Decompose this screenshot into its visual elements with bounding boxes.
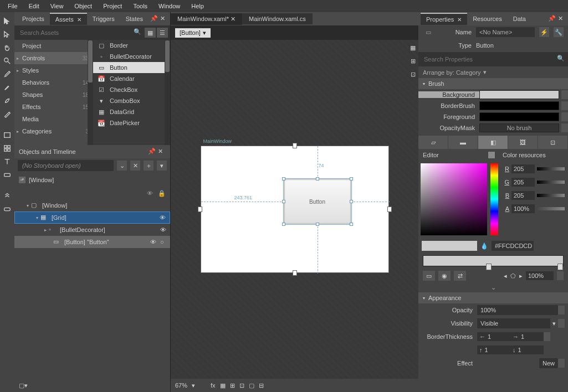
tile-brush-tab-icon[interactable]: 🖼 <box>508 136 538 149</box>
category-controls[interactable]: ▸Controls33 <box>14 52 93 64</box>
tree-row-window[interactable]: ▾▢[Window] <box>14 199 170 212</box>
property-marker-icon[interactable] <box>544 332 550 341</box>
control-datepicker[interactable]: 📆DatePicker <box>93 117 170 128</box>
grid-toggle-icon[interactable]: ▦ <box>407 42 418 53</box>
brush-opacitymask[interactable]: OpacityMask <box>418 125 479 131</box>
chevron-down-icon[interactable]: ▾ <box>192 382 195 389</box>
category-shapes[interactable]: Shapes18 <box>14 89 93 101</box>
brush-swatch[interactable] <box>479 101 559 110</box>
section-brush[interactable]: ▾Brush <box>418 78 568 89</box>
artboard[interactable]: MainWindow 74 243.761 Button <box>201 146 389 273</box>
breadcrumb-button[interactable]: [Button] ▾ <box>175 28 211 38</box>
brush-swatch-none[interactable]: No brush <box>479 123 559 132</box>
gradient-stop[interactable] <box>486 264 492 270</box>
menu-edit[interactable]: Edit <box>23 2 45 11</box>
eye-icon[interactable]: 👁 <box>160 214 166 221</box>
resize-handle[interactable] <box>350 177 353 180</box>
saturation-value-picker[interactable] <box>421 163 487 235</box>
menu-project[interactable]: Project <box>98 2 127 11</box>
thickness-top-input[interactable]: ↑1 <box>477 345 510 354</box>
eyedropper-tool-icon[interactable] <box>2 69 13 80</box>
assets-search-input[interactable] <box>17 27 134 38</box>
chevron-down-icon[interactable]: ⌄ <box>117 161 127 171</box>
reverse-gradient-icon[interactable]: ⇄ <box>454 271 466 281</box>
last-color-swatch[interactable] <box>422 241 477 251</box>
eyedropper-icon[interactable]: 💧 <box>480 243 488 250</box>
brush-swatch[interactable] <box>479 112 559 121</box>
brush-swatch[interactable] <box>479 90 559 99</box>
thickness-left-input[interactable]: ←1 <box>477 332 510 341</box>
zoom-level[interactable]: 67% <box>175 382 187 389</box>
opacity-input[interactable]: 100% <box>477 305 558 315</box>
lock-header-icon[interactable]: 🔒 <box>158 190 165 197</box>
resize-handle[interactable] <box>387 207 392 212</box>
brush-borderbrush[interactable]: BorderBrush <box>418 102 479 109</box>
annotation-icon[interactable]: ▢ <box>249 382 254 389</box>
menu-tools[interactable]: Tools <box>127 2 153 11</box>
offset-input[interactable]: 100% <box>526 271 554 280</box>
design-canvas[interactable]: ▦ ⊞ ⊡ MainWindow 74 243.761 Button <box>171 40 418 379</box>
category-media[interactable]: Media <box>14 113 93 125</box>
layout-tool-icon[interactable] <box>2 143 13 154</box>
resize-handle[interactable] <box>350 223 353 226</box>
resize-handle[interactable] <box>282 177 285 180</box>
search-icon[interactable]: 🔍 <box>557 55 566 64</box>
lock-icon[interactable]: ○ <box>160 239 167 245</box>
gradient-strip[interactable] <box>423 255 564 266</box>
tab-data[interactable]: Data <box>508 13 531 24</box>
snapline-icon[interactable]: ⊡ <box>239 382 244 389</box>
a-slider[interactable] <box>537 207 565 210</box>
resize-handle[interactable] <box>293 143 297 148</box>
status-icon[interactable]: ▢▾ <box>19 382 28 389</box>
expand-brush-icon[interactable]: ⌄ <box>418 283 568 292</box>
category-project[interactable]: Project <box>14 40 93 52</box>
new-storyboard-icon[interactable]: ＋ <box>144 161 153 171</box>
doc-tab-cs[interactable]: MainWindow.xaml.cs <box>242 13 313 24</box>
storyboard-menu-icon[interactable]: ▾ <box>157 161 167 171</box>
category-categories[interactable]: ▸Categories3 <box>14 125 93 137</box>
search-icon[interactable]: 🔍 <box>134 28 142 37</box>
property-marker-icon[interactable] <box>557 271 564 280</box>
linear-gradient-icon[interactable]: ▭ <box>423 271 435 281</box>
menu-file[interactable]: File <box>2 2 23 11</box>
close-icon[interactable]: ✕ <box>457 17 462 23</box>
resize-handle[interactable] <box>198 207 202 212</box>
tab-properties[interactable]: Properties✕ <box>421 13 467 25</box>
resize-handle[interactable] <box>316 223 319 226</box>
toggle-icon[interactable]: ⊟ <box>259 382 264 389</box>
zoom-tool-icon[interactable] <box>2 55 13 66</box>
resize-handle[interactable] <box>293 270 297 276</box>
a-input[interactable]: 100% <box>511 204 535 213</box>
close-storyboard-icon[interactable]: ✕ <box>130 161 140 171</box>
section-appearance[interactable]: ▾Appearance <box>418 292 568 303</box>
color-resources-tab[interactable]: Color resources <box>498 149 568 161</box>
events-icon[interactable]: ⚡ <box>539 27 549 37</box>
control-tool-icon[interactable] <box>2 169 13 180</box>
gradient-brush-tab-icon[interactable]: ◧ <box>478 136 508 149</box>
property-marker-icon[interactable] <box>561 123 568 132</box>
eye-header-icon[interactable]: 👁 <box>147 190 153 197</box>
storyboard-dropdown[interactable]: (No Storyboard open) <box>18 160 114 171</box>
scrollbar[interactable] <box>165 40 170 145</box>
category-behaviors[interactable]: Behaviors14 <box>14 76 93 89</box>
effect-new-button[interactable]: New <box>539 358 558 368</box>
g-slider[interactable] <box>537 180 565 184</box>
asset-tool-icon[interactable] <box>2 190 13 202</box>
property-marker-icon[interactable] <box>561 112 568 121</box>
property-marker-icon[interactable] <box>561 101 568 110</box>
pin-icon[interactable]: 📌 <box>548 15 556 23</box>
properties-icon[interactable]: 🔧 <box>554 27 564 37</box>
scrollbar[interactable] <box>88 40 93 145</box>
menu-help[interactable]: Help <box>186 2 209 11</box>
hex-input[interactable]: #FFCDCDCD <box>492 241 534 251</box>
resize-handle[interactable] <box>282 223 285 226</box>
property-marker-icon[interactable] <box>558 359 565 368</box>
close-icon[interactable]: ✕ <box>77 17 81 23</box>
eye-icon[interactable]: 👁 <box>160 226 167 233</box>
selection-tool-icon[interactable] <box>2 16 13 27</box>
snap-toggle-icon[interactable]: ⊞ <box>407 55 418 66</box>
close-icon[interactable]: ✕ <box>160 15 168 23</box>
offset-prev-icon[interactable]: ◂ <box>504 272 507 280</box>
tree-row-grid[interactable]: ▾▦[Grid]👁 <box>14 212 170 224</box>
close-icon[interactable]: ✕ <box>158 148 166 156</box>
